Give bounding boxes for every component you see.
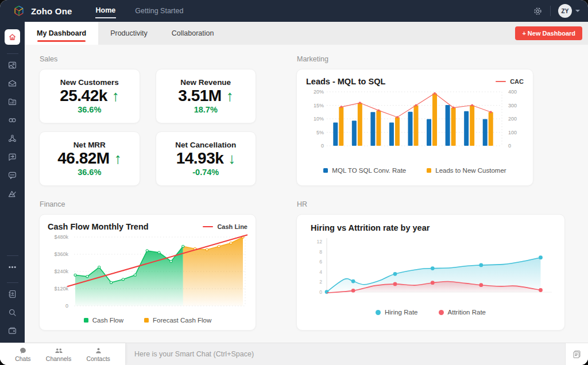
kpi-value: 3.51M <box>178 87 221 105</box>
svg-text:0: 0 <box>508 143 511 149</box>
new-dashboard-button[interactable]: + New Dashboard <box>515 26 582 40</box>
sidebar-item-links[interactable] <box>7 115 17 125</box>
trend-up-arrow-icon: ↑ <box>226 88 234 103</box>
svg-text:0: 0 <box>319 289 322 295</box>
settings-gear-icon[interactable] <box>533 6 543 16</box>
marketing-bar-chart: 20%40015%30010%2005%10000 <box>306 88 525 163</box>
legend-forecast-cash-flow[interactable]: Forecast Cash Flow <box>144 317 211 324</box>
sidebar-item-network[interactable] <box>7 134 17 143</box>
section-label-finance: Finance <box>40 200 256 208</box>
user-avatar[interactable]: ZY <box>558 4 572 18</box>
finance-chart-card: Cash Flow Monthly Trend Cash Line $480k$… <box>39 214 256 331</box>
svg-text:2: 2 <box>319 279 322 285</box>
legend-hiring-rate[interactable]: Hiring Rate <box>376 309 418 316</box>
legend-cash-line[interactable]: Cash Line <box>203 223 247 230</box>
sidebar-item-analytics[interactable] <box>7 189 17 199</box>
topbar: Zoho One Home Getting Started ZY <box>0 0 588 22</box>
kpi-value: 25.42k <box>60 87 107 105</box>
svg-text:400: 400 <box>508 89 517 95</box>
mail-icon <box>7 79 17 88</box>
sidebar-divider <box>7 282 18 283</box>
svg-text:$360k: $360k <box>54 251 68 257</box>
sidebar-item-reports[interactable] <box>7 97 17 107</box>
cac-line-swatch <box>496 81 506 82</box>
channels-icon <box>55 347 63 355</box>
kpi-title: New Customers <box>60 78 119 87</box>
kpi-value: 46.82M <box>57 150 109 168</box>
finance-area-chart: $480k$360k$240k$120k0 <box>48 231 249 313</box>
sidebar-item-share-chat[interactable] <box>7 152 17 162</box>
svg-text:0: 0 <box>321 143 324 149</box>
kpi-card-net-mrr: Net MRR 46.82M↑ 36.6% <box>39 131 140 186</box>
chats-icon <box>19 347 27 355</box>
legend-mql-rate[interactable]: MQL TO SQL Conv. Rate <box>323 167 406 174</box>
legend-cash-flow[interactable]: Cash Flow <box>84 317 123 324</box>
topbar-divider <box>550 6 551 16</box>
topbar-right: ZY <box>533 4 580 18</box>
smart-chat-input[interactable]: Here is your Smart Chat (Ctrl+Space) <box>125 343 565 365</box>
kpi-title: New Revenue <box>180 78 231 87</box>
smart-chat-bar: Chats Channels Contacts Here is your Sma… <box>0 343 588 365</box>
kpi-card-new-revenue: New Revenue 3.51M↑ 18.7% <box>156 69 257 123</box>
svg-text:20%: 20% <box>314 89 324 95</box>
links-icon <box>7 115 17 125</box>
sidebar-item-notebook[interactable] <box>7 289 17 299</box>
analytics-icon <box>7 189 17 199</box>
contacts-icon <box>95 347 102 355</box>
sales-kpi-grid: New Customers 25.42k↑ 36.6% New Revenue … <box>39 69 256 186</box>
top-navigation: Home Getting Started <box>95 0 184 22</box>
notebook-icon <box>7 289 17 299</box>
legend-cac[interactable]: CAC <box>496 78 524 85</box>
section-label-marketing: Marketing <box>297 55 565 63</box>
trend-up-arrow-icon: ↑ <box>114 151 122 166</box>
kpi-title: Net MRR <box>74 141 106 149</box>
more-dots-icon <box>7 262 17 272</box>
hr-line-chart: 1286420 <box>307 237 555 305</box>
sidebar-item-search[interactable] <box>7 308 17 317</box>
sidebar-item-mail[interactable] <box>7 79 17 88</box>
chats-button[interactable]: Chats <box>15 347 30 362</box>
app-sidebar <box>0 22 25 343</box>
dashboard-tabbar: My Dashboard Productivity Collaboration … <box>25 22 588 45</box>
svg-text:$120k: $120k <box>54 286 68 292</box>
hr-chart-card: Hiring vs Attrition rate by year 1286420… <box>296 214 565 331</box>
svg-text:$480k: $480k <box>54 234 68 240</box>
tab-productivity[interactable]: Productivity <box>98 22 160 45</box>
section-label-sales: Sales <box>40 55 256 63</box>
sidebar-item-more[interactable] <box>7 262 17 272</box>
svg-text:6: 6 <box>319 259 322 265</box>
kpi-value: 14.93k <box>176 150 224 168</box>
avatar-dropdown-caret[interactable] <box>575 10 580 12</box>
document-copy-icon <box>572 350 582 359</box>
chat-shortcuts: Chats Channels Contacts <box>0 343 125 365</box>
notes-button[interactable] <box>565 343 588 365</box>
kpi-change: 36.6% <box>78 105 101 114</box>
sidebar-item-comments[interactable] <box>7 170 17 180</box>
reports-folder-icon <box>7 97 17 107</box>
tab-my-dashboard[interactable]: My Dashboard <box>25 22 98 45</box>
contacts-button[interactable]: Contacts <box>86 347 110 362</box>
svg-text:8: 8 <box>319 249 322 255</box>
chat-forward-icon <box>7 152 17 162</box>
home-icon <box>8 33 17 41</box>
marketing-chart-card: Leads - MQL to SQL CAC 20%40015%30010%20… <box>296 69 533 186</box>
zoho-one-logo-icon <box>13 5 25 17</box>
chart-title: Cash Flow Monthly Trend <box>48 222 149 231</box>
channels-button[interactable]: Channels <box>46 347 71 362</box>
dashboard-content: Sales New Customers 25.42k↑ 36.6% New Re… <box>25 45 588 343</box>
kpi-card-net-cancellation: Net Cancellation 14.93k↓ -0.74% <box>156 131 257 186</box>
cash-line-swatch <box>203 226 213 227</box>
tab-collaboration[interactable]: Collaboration <box>160 22 226 45</box>
sidebar-item-home[interactable] <box>5 29 20 45</box>
sidebar-item-wallet[interactable] <box>7 326 17 336</box>
svg-text:100: 100 <box>508 130 517 135</box>
sidebar-divider <box>7 53 18 54</box>
kpi-card-new-customers: New Customers 25.42k↑ 36.6% <box>39 69 140 123</box>
legend-attrition-rate[interactable]: Attrition Rate <box>439 309 486 316</box>
kpi-change: 36.6% <box>78 168 101 177</box>
legend-leads-new-customer[interactable]: Leads to New Customer <box>427 167 506 174</box>
svg-text:5%: 5% <box>316 130 324 135</box>
sidebar-item-gallery[interactable] <box>7 60 17 70</box>
nav-home[interactable]: Home <box>95 4 117 18</box>
nav-getting-started[interactable]: Getting Started <box>134 5 184 17</box>
